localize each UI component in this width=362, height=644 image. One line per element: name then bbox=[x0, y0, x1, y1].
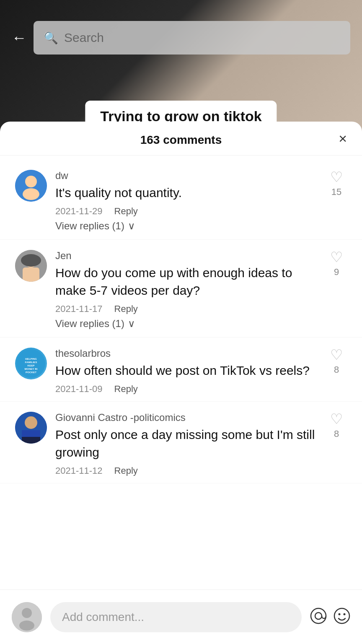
svg-rect-6 bbox=[21, 254, 41, 267]
svg-rect-16 bbox=[22, 430, 40, 437]
comment-like: ♡ 8 bbox=[326, 412, 347, 439]
emoji-button[interactable] bbox=[334, 608, 350, 627]
svg-text:FAMILIES: FAMILIES bbox=[25, 361, 37, 364]
avatar bbox=[15, 412, 47, 444]
comment-like: ♡ 15 bbox=[326, 170, 347, 197]
comments-count: 163 comments bbox=[140, 133, 222, 147]
avatar bbox=[15, 250, 47, 282]
comment-date: 2021-11-17 bbox=[55, 304, 103, 314]
svg-point-1 bbox=[25, 176, 37, 187]
comment-username: thesolarbros bbox=[55, 348, 318, 359]
comment-item: dw It's quality not quantity. 2021-11-29… bbox=[0, 160, 362, 240]
avatar-image-giovanni bbox=[15, 412, 47, 444]
avatar-image-jen bbox=[15, 250, 47, 282]
comment-item: HELPING FAMILIES KEEP MONEY IN POCKET th… bbox=[0, 338, 362, 402]
like-count: 15 bbox=[331, 187, 341, 197]
svg-point-22 bbox=[334, 608, 349, 623]
comment-like: ♡ 9 bbox=[326, 250, 347, 278]
close-button[interactable]: × bbox=[339, 131, 347, 145]
svg-text:HELPING: HELPING bbox=[25, 357, 37, 360]
comment-meta: 2021-11-09 Reply bbox=[55, 384, 318, 395]
svg-text:KEEP: KEEP bbox=[27, 364, 34, 367]
search-icon: 🔍 bbox=[44, 31, 58, 45]
back-button[interactable]: ← bbox=[12, 30, 27, 45]
view-replies-button[interactable]: View replies (1) ∨ bbox=[55, 318, 135, 330]
reply-button[interactable]: Reply bbox=[114, 304, 138, 314]
comment-text: It's quality not quantity. bbox=[55, 184, 318, 202]
svg-point-14 bbox=[25, 416, 37, 429]
svg-text:POCKET: POCKET bbox=[26, 371, 36, 374]
avatar-image-solar: HELPING FAMILIES KEEP MONEY IN POCKET bbox=[17, 348, 45, 379]
comment-body: Jen How do you come up with enough ideas… bbox=[55, 250, 318, 334]
comment-username: Giovanni Castro -politicomics bbox=[55, 412, 318, 423]
top-bar: ← 🔍 bbox=[0, 0, 362, 63]
comment-item: Giovanni Castro -politicomics Post only … bbox=[0, 402, 362, 483]
search-bar: 🔍 bbox=[34, 21, 350, 55]
svg-point-18 bbox=[22, 608, 32, 618]
like-count: 8 bbox=[334, 364, 339, 375]
heart-icon[interactable]: ♡ bbox=[330, 348, 343, 362]
comments-list: dw It's quality not quantity. 2021-11-29… bbox=[0, 156, 362, 488]
svg-point-21 bbox=[315, 613, 322, 619]
comment-meta: 2021-11-29 Reply bbox=[55, 206, 318, 217]
svg-point-19 bbox=[19, 621, 34, 631]
comment-date: 2021-11-09 bbox=[55, 384, 103, 395]
comment-body: dw It's quality not quantity. 2021-11-29… bbox=[55, 170, 318, 236]
comment-date: 2021-11-12 bbox=[55, 465, 103, 476]
comment-like: ♡ 8 bbox=[326, 348, 347, 375]
svg-rect-5 bbox=[23, 267, 39, 282]
comment-text: How do you come up with enough ideas to … bbox=[55, 264, 318, 299]
current-user-avatar bbox=[12, 602, 42, 632]
comment-item: Jen How do you come up with enough ideas… bbox=[0, 240, 362, 338]
search-input[interactable] bbox=[64, 31, 340, 45]
comment-date: 2021-11-29 bbox=[55, 206, 103, 217]
comment-meta: 2021-11-17 Reply bbox=[55, 304, 318, 314]
comments-header: 163 comments × bbox=[0, 122, 362, 156]
svg-point-20 bbox=[311, 608, 326, 623]
view-replies-button[interactable]: View replies (1) ∨ bbox=[55, 220, 135, 232]
avatar bbox=[15, 170, 47, 202]
reply-button[interactable]: Reply bbox=[114, 384, 138, 395]
like-count: 9 bbox=[334, 267, 339, 278]
mention-icon bbox=[310, 608, 327, 624]
comment-body: thesolarbros How often should we post on… bbox=[55, 348, 318, 398]
comment-text: Post only once a day missing some but I'… bbox=[55, 426, 318, 461]
svg-point-24 bbox=[344, 613, 346, 615]
reply-button[interactable]: Reply bbox=[114, 465, 138, 476]
comment-meta: 2021-11-12 Reply bbox=[55, 465, 318, 476]
comment-username: dw bbox=[55, 170, 318, 182]
comment-body: Giovanni Castro -politicomics Post only … bbox=[55, 412, 318, 480]
add-comment-bar bbox=[0, 589, 362, 644]
like-count: 8 bbox=[334, 428, 339, 439]
mention-button[interactable] bbox=[310, 608, 327, 627]
comment-action-icons bbox=[310, 608, 350, 627]
comments-panel: 163 comments × dw It's quality not quant… bbox=[0, 122, 362, 644]
comment-username: Jen bbox=[55, 250, 318, 262]
add-comment-input[interactable] bbox=[50, 602, 302, 632]
svg-text:MONEY IN: MONEY IN bbox=[25, 367, 38, 370]
reply-button[interactable]: Reply bbox=[114, 206, 138, 217]
emoji-icon bbox=[334, 608, 350, 624]
heart-icon[interactable]: ♡ bbox=[330, 250, 343, 264]
comment-text: How often should we post on TikTok vs re… bbox=[55, 362, 318, 379]
svg-point-23 bbox=[339, 613, 341, 615]
avatar: HELPING FAMILIES KEEP MONEY IN POCKET bbox=[15, 348, 47, 379]
heart-icon[interactable]: ♡ bbox=[330, 412, 343, 426]
svg-point-2 bbox=[23, 188, 39, 200]
heart-icon[interactable]: ♡ bbox=[330, 170, 343, 184]
default-avatar-icon bbox=[12, 602, 42, 632]
avatar-image-dw bbox=[15, 170, 47, 202]
